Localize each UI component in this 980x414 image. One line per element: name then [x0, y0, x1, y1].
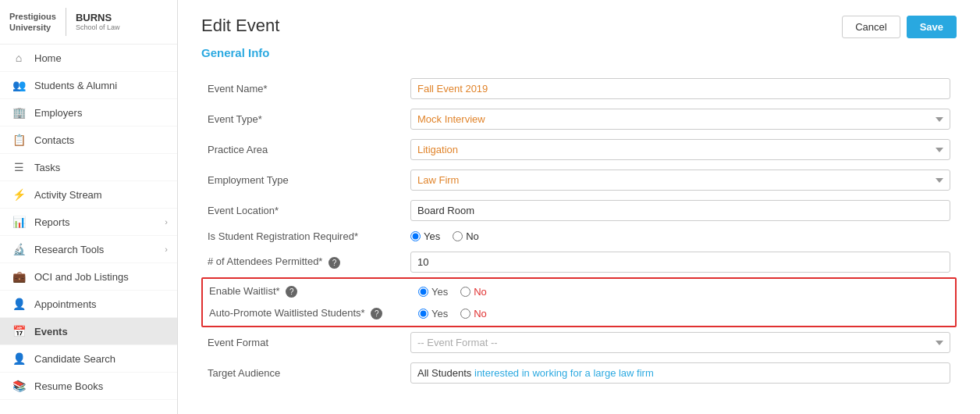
practice-area-select[interactable]: Litigation [410, 139, 950, 160]
book-icon: 📚 [11, 380, 27, 392]
sidebar-item-label: Students & Alumni [34, 80, 117, 91]
chevron-right-icon: › [165, 244, 168, 254]
cancel-button[interactable]: Cancel [842, 16, 900, 38]
search-icon: 👤 [11, 352, 27, 365]
reports-icon: 📊 [11, 216, 27, 228]
page-title: Edit Event [201, 16, 279, 36]
event-type-row: Event Type* Mock Interview [201, 104, 957, 134]
target-audience-field[interactable]: All Students interested in working for a… [410, 362, 950, 384]
student-registration-row: Is Student Registration Required* Yes No [201, 226, 957, 247]
sidebar-item-label: Appointments [34, 298, 97, 310]
home-icon: ⌂ [11, 52, 27, 64]
events-icon: 📅 [11, 325, 27, 337]
auto-promote-yes-label[interactable]: Yes [418, 308, 448, 319]
sidebar-item-label: OCI and Job Listings [34, 271, 129, 283]
sidebar-item-resume-books[interactable]: 📚 Resume Books [0, 373, 177, 400]
sidebar-item-candidate-search[interactable]: 👤 Candidate Search [0, 345, 177, 373]
event-location-input[interactable] [410, 200, 950, 221]
event-format-select[interactable]: -- Event Format -- [410, 332, 950, 353]
event-location-row: Event Location* [201, 195, 957, 226]
logo-divider [66, 8, 66, 36]
practice-area-label: Practice Area [201, 134, 404, 165]
building-icon: 🏢 [11, 106, 27, 119]
waitlist-help-icon[interactable]: ? [286, 286, 297, 298]
auto-promote-yes-radio[interactable] [418, 309, 428, 319]
sidebar-item-activity-stream[interactable]: ⚡ Activity Stream [0, 181, 177, 209]
tasks-icon: ☰ [11, 161, 27, 173]
auto-promote-radio-group: Yes No [418, 308, 943, 319]
sidebar-item-label: Research Tools [34, 244, 104, 255]
event-name-label: Event Name* [201, 73, 404, 104]
enable-waitlist-label: Enable Waitlist* ? [209, 280, 412, 302]
attendees-help-icon[interactable]: ? [328, 257, 340, 269]
sidebar-item-tasks[interactable]: ☰ Tasks [0, 154, 177, 181]
enable-waitlist-no-label[interactable]: No [460, 286, 487, 298]
practice-area-row: Practice Area Litigation [201, 134, 957, 165]
sidebar-item-label: Employers [34, 107, 82, 119]
sidebar-item-research-tools[interactable]: 🔬 Research Tools › [0, 236, 177, 263]
activity-icon: ⚡ [11, 188, 27, 201]
calendar-icon: 👤 [11, 298, 27, 310]
enable-waitlist-row: Enable Waitlist* ? Yes [209, 280, 949, 302]
sidebar-item-employers[interactable]: 🏢 Employers [0, 99, 177, 127]
event-type-label: Event Type* [201, 104, 404, 134]
sidebar-item-events[interactable]: 📅 Events [0, 318, 177, 345]
sidebar-item-label: Contacts [34, 134, 74, 146]
event-format-label: Event Format [201, 327, 404, 358]
student-registration-no-radio[interactable] [453, 231, 463, 241]
sidebar-item-appointments[interactable]: 👤 Appointments [0, 291, 177, 318]
auto-promote-row: Auto-Promote Waitlisted Students* ? Yes [209, 302, 949, 324]
sidebar-item-contacts[interactable]: 📋 Contacts [0, 127, 177, 154]
save-button[interactable]: Save [907, 16, 957, 38]
student-registration-radio-group: Yes No [410, 230, 950, 242]
edit-event-form: Event Name* Event Type* Mock Interview P… [201, 73, 957, 388]
auto-promote-no-label[interactable]: No [460, 308, 487, 319]
chevron-right-icon: › [165, 217, 168, 227]
auto-promote-help-icon[interactable]: ? [371, 308, 382, 319]
sidebar-item-reports[interactable]: 📊 Reports › [0, 209, 177, 236]
research-icon: 🔬 [11, 243, 27, 255]
event-format-row: Event Format -- Event Format -- [201, 327, 957, 358]
enable-waitlist-yes-label[interactable]: Yes [418, 286, 448, 298]
auto-promote-no-radio[interactable] [460, 309, 470, 319]
event-type-select[interactable]: Mock Interview [410, 109, 950, 130]
enable-waitlist-no-radio[interactable] [460, 287, 470, 297]
sidebar-item-label: Reports [34, 216, 70, 228]
attendees-row: # of Attendees Permitted* ? [201, 247, 957, 277]
waitlist-highlight-row: Enable Waitlist* ? Yes [201, 277, 957, 327]
main-content: Edit Event Cancel Save General Info Even… [178, 0, 980, 414]
sidebar-item-students-alumni[interactable]: 👥 Students & Alumni [0, 72, 177, 99]
sidebar-item-home[interactable]: ⌂ Home [0, 45, 177, 72]
logo-text-left: PrestigiousUniversity [9, 11, 56, 34]
enable-waitlist-yes-radio[interactable] [418, 287, 428, 297]
briefcase-icon: 💼 [11, 270, 27, 283]
target-audience-label: Target Audience [201, 358, 404, 388]
header-buttons: Cancel Save [842, 16, 957, 38]
logo: PrestigiousUniversity BURNS School of La… [0, 0, 177, 45]
student-registration-yes-label[interactable]: Yes [410, 230, 440, 242]
employment-type-select[interactable]: Law Firm [410, 170, 950, 191]
sidebar-item-label: Activity Stream [34, 189, 102, 201]
sidebar-item-label: Events [34, 326, 68, 337]
attendees-label: # of Attendees Permitted* ? [201, 247, 404, 277]
logo-text-right: BURNS School of Law [76, 12, 120, 32]
people-icon: 👥 [11, 79, 27, 91]
sidebar-item-label: Resume Books [34, 380, 103, 392]
page-header: Edit Event Cancel Save [201, 16, 957, 38]
sidebar: PrestigiousUniversity BURNS School of La… [0, 0, 178, 414]
event-name-input[interactable] [410, 78, 950, 99]
attendees-input[interactable] [410, 252, 950, 273]
student-registration-no-label[interactable]: No [453, 230, 479, 242]
student-registration-label: Is Student Registration Required* [201, 226, 404, 247]
employment-type-label: Employment Type [201, 165, 404, 195]
enable-waitlist-radio-group: Yes No [418, 286, 943, 298]
target-audience-row: Target Audience All Students interested … [201, 358, 957, 388]
employment-type-row: Employment Type Law Firm [201, 165, 957, 195]
section-title: General Info [201, 46, 957, 59]
auto-promote-label: Auto-Promote Waitlisted Students* ? [209, 302, 412, 324]
sidebar-item-oci-job-listings[interactable]: 💼 OCI and Job Listings [0, 263, 177, 291]
student-registration-yes-radio[interactable] [410, 231, 421, 241]
addressbook-icon: 📋 [11, 134, 27, 146]
sidebar-item-label: Candidate Search [34, 353, 115, 365]
sidebar-item-label: Home [34, 52, 62, 64]
